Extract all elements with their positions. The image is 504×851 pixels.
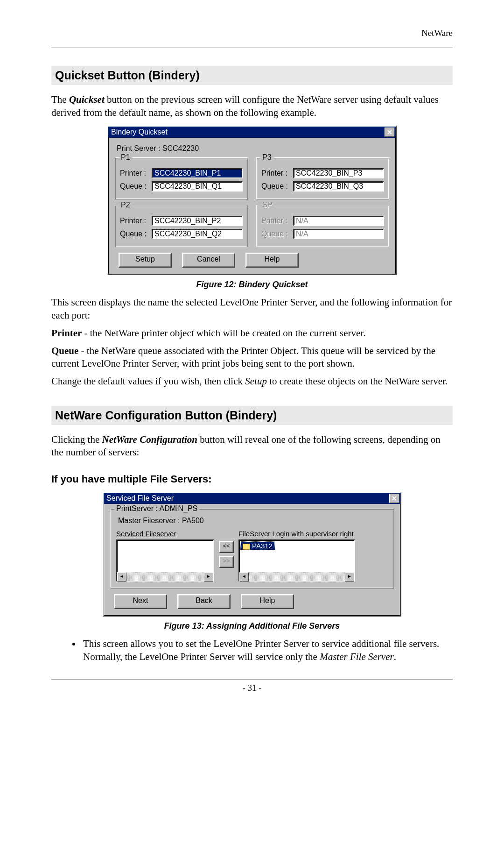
text: button on the previous screen will confi…	[51, 94, 439, 118]
group-p2: P2 Printer : SCC42230_BIN_P2 Queue : SCC…	[115, 205, 248, 247]
scroll-left-icon[interactable]: ◄	[117, 572, 126, 582]
titlebar: Bindery Quickset ✕	[108, 127, 396, 138]
close-icon[interactable]: ✕	[389, 494, 399, 503]
figure-13-caption: Figure 13: Assigning Additional File Ser…	[51, 621, 453, 631]
printer-label: Printer :	[120, 169, 152, 177]
scroll-right-icon[interactable]: ►	[345, 572, 354, 582]
netware-config-term: NetWare Configuration	[102, 434, 197, 445]
printserver-group-legend: PrintServer : ADMIN_PS	[114, 504, 199, 513]
bindery-quickset-dialog: Bindery Quickset ✕ Print Server : SCC422…	[107, 126, 397, 275]
queue-label: Queue :	[120, 230, 152, 238]
group-p1: P1 Printer : SCC42230_BIN_P1 Queue : SCC…	[115, 157, 248, 199]
back-button[interactable]: Back	[177, 594, 231, 609]
group-legend-p3: P3	[260, 153, 273, 162]
group-p3: P3 Printer : SCC42230_BIN_P3 Queue : SCC…	[256, 157, 389, 199]
folder-icon	[243, 544, 250, 550]
para-ports-intro: This screen displays the name the select…	[51, 296, 453, 322]
p3-queue-input[interactable]: SCC42230_BIN_Q3	[293, 181, 384, 191]
section2-intro: Clicking the NetWare Configuration butto…	[51, 433, 453, 459]
p3-printer-input[interactable]: SCC42230_BIN_P3	[293, 168, 384, 178]
cancel-button[interactable]: Cancel	[182, 253, 235, 268]
printer-label: Printer :	[120, 217, 152, 225]
scroll-track[interactable]	[249, 572, 345, 581]
scroll-track[interactable]	[126, 572, 204, 581]
move-left-button[interactable]: <<	[219, 541, 234, 553]
header-rule	[51, 48, 453, 48]
close-icon[interactable]: ✕	[385, 128, 395, 137]
titlebar: Serviced File Server ✕	[104, 493, 400, 504]
group-sp: SP Printer : N/A Queue : N/A	[256, 205, 389, 247]
text: to create these objects on the NetWare s…	[267, 376, 448, 387]
p2-printer-input[interactable]: SCC42230_BIN_P2	[152, 216, 243, 226]
p2-queue-input[interactable]: SCC42230_BIN_Q2	[152, 229, 243, 239]
page-header-right: NetWare	[51, 28, 453, 38]
help-button[interactable]: Help	[241, 594, 294, 609]
printer-label: Printer :	[261, 169, 293, 177]
printer-label: Printer :	[261, 217, 293, 225]
serviced-fileserver-listbox[interactable]: ◄ ►	[116, 539, 214, 582]
queue-definition: Queue - the NetWare queue associated wit…	[51, 345, 453, 370]
help-button[interactable]: Help	[245, 253, 299, 268]
serviced-file-server-dialog: Serviced File Server ✕ PrintServer : ADM…	[103, 492, 401, 617]
scroll-left-icon[interactable]: ◄	[239, 572, 249, 582]
queue-label: Queue :	[261, 230, 293, 238]
fileserver-login-caption: FileServer Login with supervisor right	[238, 530, 355, 538]
hscrollbar[interactable]: ◄ ►	[117, 572, 213, 581]
page-number: - 31 -	[51, 683, 453, 693]
p1-queue-input[interactable]: SCC42230_BIN_Q1	[152, 181, 243, 191]
group-legend-p2: P2	[119, 201, 132, 209]
hscrollbar[interactable]: ◄ ►	[239, 572, 354, 581]
setup-term: Setup	[245, 376, 267, 387]
master-file-server-term: Master File Server	[320, 651, 394, 662]
dialog-title: Bindery Quickset	[111, 128, 385, 136]
list-item[interactable]: PA312	[240, 541, 275, 550]
group-legend-p1: P1	[119, 153, 132, 162]
intro-paragraph-1: The Quickset button on the previous scre…	[51, 93, 453, 119]
setup-button[interactable]: Setup	[119, 253, 172, 268]
bullet-item: This screen allows you to set the LevelO…	[81, 638, 453, 663]
text: .	[394, 651, 396, 662]
queue-def-label: Queue	[51, 345, 78, 356]
footer-rule	[51, 680, 453, 680]
list-item-label: PA312	[252, 542, 273, 550]
section-heading-netware-config: NetWare Configuration Button (Bindery)	[51, 406, 453, 425]
printserver-group: PrintServer : ADMIN_PS Master Fileserver…	[110, 509, 394, 589]
text: - the NetWare queue associated with the …	[51, 345, 435, 369]
sp-printer-input: N/A	[293, 216, 384, 226]
text: Clicking the	[51, 434, 102, 445]
quickset-term: Quickset	[69, 94, 105, 105]
section-heading-quickset: Quickset Button (Bindery)	[51, 66, 453, 85]
print-server-label: Print Server : SCC42230	[117, 144, 389, 153]
queue-label: Queue :	[261, 182, 293, 191]
printer-definition: Printer - the NetWare printer object whi…	[51, 327, 453, 340]
figure-12-caption: Figure 12: Bindery Quickset	[51, 280, 453, 290]
queue-label: Queue :	[120, 182, 152, 191]
text: - the NetWare printer object which will …	[82, 327, 365, 339]
text: Change the default values if you wish, t…	[51, 376, 245, 387]
next-button[interactable]: Next	[114, 594, 167, 609]
printer-def-label: Printer	[51, 327, 82, 339]
scroll-right-icon[interactable]: ►	[204, 572, 213, 582]
text: The	[51, 94, 69, 105]
subheading-multiple-servers: If you have multiple File Servers:	[51, 473, 453, 485]
move-right-button[interactable]: >>	[219, 556, 234, 568]
dialog-title: Serviced File Server	[106, 494, 389, 503]
master-fileserver-line: Master Fileserver : PA500	[118, 517, 388, 525]
sp-queue-input: N/A	[293, 229, 384, 239]
fileserver-login-listbox[interactable]: PA312 ◄ ►	[238, 539, 355, 582]
bullet-list: This screen allows you to set the LevelO…	[51, 638, 453, 663]
serviced-fileserver-caption: Serviced Fileserver	[116, 530, 214, 538]
group-legend-sp: SP	[260, 201, 274, 209]
p1-printer-input[interactable]: SCC42230_BIN_P1	[152, 168, 243, 178]
change-defaults-para: Change the default values if you wish, t…	[51, 375, 453, 388]
